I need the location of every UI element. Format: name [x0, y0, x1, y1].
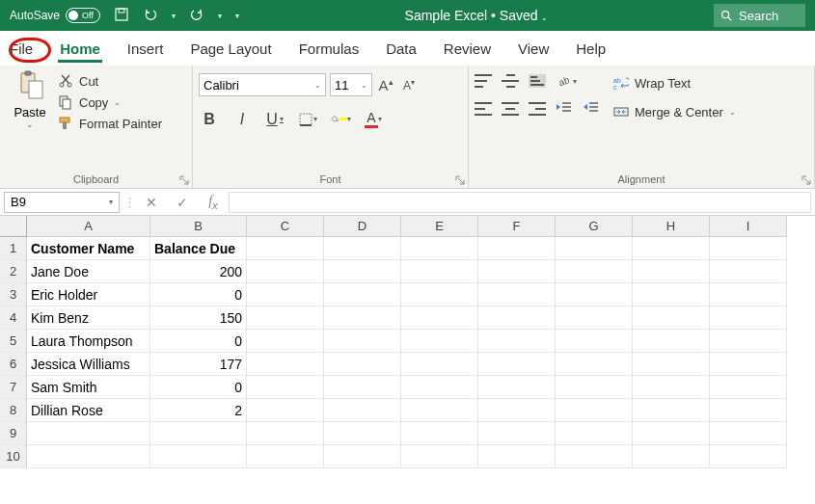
cell-C4[interactable]	[247, 306, 324, 330]
cell-A1[interactable]: Customer Name	[27, 237, 150, 260]
cut-button[interactable]: Cut	[58, 73, 162, 89]
cell-G9[interactable]	[556, 422, 633, 445]
cell-F5[interactable]	[478, 330, 556, 353]
column-header-D[interactable]: D	[324, 216, 401, 237]
cell-D3[interactable]	[324, 283, 401, 306]
cell-G2[interactable]	[556, 260, 633, 283]
cell-I5[interactable]	[710, 330, 787, 353]
paste-button[interactable]: Paste ⌄	[6, 69, 54, 129]
cell-G6[interactable]	[556, 353, 633, 376]
cell-E3[interactable]	[401, 283, 478, 306]
column-header-B[interactable]: B	[150, 216, 247, 237]
cell-E5[interactable]	[401, 330, 478, 353]
cell-B8[interactable]: 2	[150, 399, 247, 422]
cell-B3[interactable]: 0	[150, 283, 247, 306]
row-header-5[interactable]: 5	[0, 330, 27, 353]
redo-icon[interactable]	[189, 7, 204, 25]
cell-A10[interactable]	[27, 445, 150, 468]
cell-E9[interactable]	[401, 422, 478, 445]
copy-button[interactable]: Copy ⌄	[58, 94, 162, 110]
cell-I6[interactable]	[710, 353, 787, 376]
format-painter-button[interactable]: Format Painter	[58, 116, 162, 131]
save-icon[interactable]	[114, 7, 129, 25]
row-header-2[interactable]: 2	[0, 260, 27, 283]
font-size-select[interactable]: 11⌄	[330, 73, 372, 96]
cell-B7[interactable]: 0	[150, 376, 247, 399]
wrap-text-button[interactable]: abc Wrap Text	[613, 75, 736, 91]
cell-B5[interactable]: 0	[150, 330, 247, 353]
select-all-corner[interactable]	[0, 216, 27, 237]
cell-F2[interactable]	[478, 260, 556, 283]
cell-A4[interactable]: Kim Benz	[27, 306, 150, 330]
autosave-toggle[interactable]: AutoSave Off	[10, 8, 100, 23]
cell-F7[interactable]	[478, 376, 556, 399]
cell-A7[interactable]: Sam Smith	[27, 376, 150, 399]
align-top-button[interactable]	[475, 74, 492, 88]
fill-color-button[interactable]: ▾	[330, 113, 351, 126]
row-header-9[interactable]: 9	[0, 422, 27, 445]
cell-C5[interactable]	[247, 330, 324, 353]
dialog-launcher-icon[interactable]	[454, 174, 466, 186]
undo-icon[interactable]	[143, 7, 158, 25]
cell-H8[interactable]	[633, 399, 710, 422]
cell-G3[interactable]	[556, 283, 633, 306]
underline-button[interactable]: U▾	[264, 111, 285, 128]
align-bottom-button[interactable]	[529, 74, 546, 88]
tab-home[interactable]: Home	[58, 35, 102, 63]
cell-C10[interactable]	[247, 445, 324, 468]
cell-C3[interactable]	[247, 283, 324, 306]
spreadsheet-grid[interactable]: ABCDEFGHI1Customer NameBalance Due2Jane …	[0, 216, 815, 468]
cell-G7[interactable]	[556, 376, 633, 399]
cell-H5[interactable]	[633, 330, 710, 353]
italic-button[interactable]: I	[231, 111, 253, 128]
cell-C7[interactable]	[247, 376, 324, 399]
insert-function-button[interactable]: fx	[202, 194, 225, 211]
cell-E6[interactable]	[401, 353, 478, 376]
cell-A2[interactable]: Jane Doe	[27, 260, 150, 283]
cell-I4[interactable]	[710, 306, 787, 330]
cell-C8[interactable]	[247, 399, 324, 422]
cell-E1[interactable]	[401, 237, 478, 260]
cell-B2[interactable]: 200	[150, 260, 247, 283]
align-right-button[interactable]	[529, 102, 546, 116]
align-left-button[interactable]	[475, 102, 492, 116]
cell-D4[interactable]	[324, 306, 401, 330]
cell-I7[interactable]	[710, 376, 787, 399]
merge-center-button[interactable]: Merge & Center ⌄	[613, 104, 736, 119]
tab-insert[interactable]: Insert	[125, 35, 166, 63]
cell-H4[interactable]	[633, 306, 710, 330]
row-header-7[interactable]: 7	[0, 376, 27, 399]
cell-F1[interactable]	[478, 237, 556, 260]
column-header-G[interactable]: G	[556, 216, 633, 237]
cell-B4[interactable]: 150	[150, 306, 247, 330]
cell-A6[interactable]: Jessica Williams	[27, 353, 150, 376]
cell-D9[interactable]	[324, 422, 401, 445]
tab-data[interactable]: Data	[384, 35, 419, 63]
row-header-10[interactable]: 10	[0, 445, 27, 468]
cell-D10[interactable]	[324, 445, 401, 468]
column-header-I[interactable]: I	[710, 216, 787, 237]
dialog-launcher-icon[interactable]	[801, 174, 812, 186]
tab-formulas[interactable]: Formulas	[297, 35, 362, 63]
cell-F6[interactable]	[478, 353, 556, 376]
search-box[interactable]: Search	[714, 4, 805, 27]
tab-file[interactable]: File	[8, 35, 35, 63]
cell-B1[interactable]: Balance Due	[150, 237, 247, 260]
column-header-E[interactable]: E	[401, 216, 478, 237]
name-box[interactable]: B9 ▾	[4, 192, 120, 213]
cell-G1[interactable]	[556, 237, 633, 260]
cell-B9[interactable]	[150, 422, 247, 445]
cell-I9[interactable]	[710, 422, 787, 445]
cell-H3[interactable]	[633, 283, 710, 306]
cell-H2[interactable]	[633, 260, 710, 283]
row-header-1[interactable]: 1	[0, 237, 27, 260]
cell-I8[interactable]	[710, 399, 787, 422]
column-header-A[interactable]: A	[27, 216, 150, 237]
row-header-3[interactable]: 3	[0, 283, 27, 306]
cell-E10[interactable]	[401, 445, 478, 468]
tab-page-layout[interactable]: Page Layout	[188, 35, 273, 63]
cell-H9[interactable]	[633, 422, 710, 445]
orientation-button[interactable]: ab▾	[556, 73, 577, 89]
cell-C6[interactable]	[247, 353, 324, 376]
font-name-select[interactable]: Calibri⌄	[199, 73, 326, 96]
